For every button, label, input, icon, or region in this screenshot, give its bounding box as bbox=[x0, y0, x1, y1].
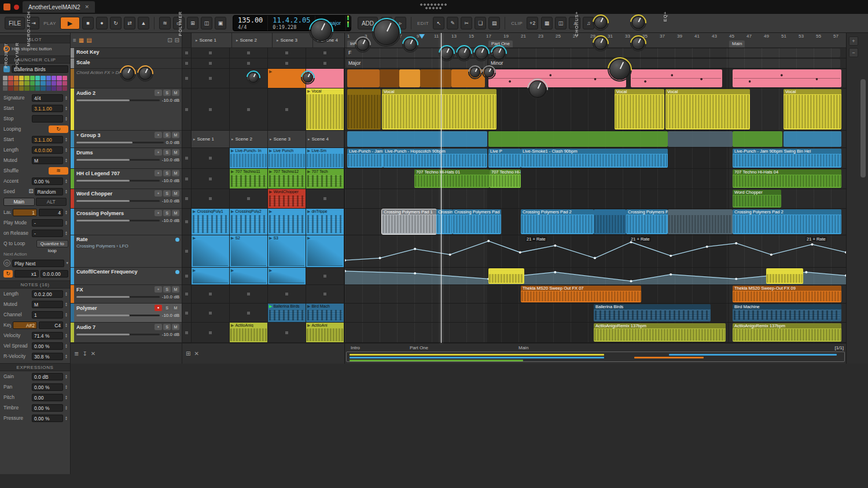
loop-toggle[interactable]: ↻ bbox=[110, 17, 122, 29]
clip-slot[interactable] bbox=[192, 285, 230, 303]
stop-scenes-icon[interactable]: ✕ bbox=[194, 350, 198, 357]
value-box[interactable]: 71.4 % bbox=[32, 332, 63, 339]
scene-play-icon[interactable]: ▸ bbox=[193, 137, 196, 142]
automation-point[interactable] bbox=[345, 259, 346, 261]
scene-name[interactable]: Scene 1 bbox=[197, 136, 214, 142]
color-swatch[interactable] bbox=[14, 81, 19, 86]
track-name[interactable]: Word Chopper bbox=[76, 191, 153, 197]
clip-slot[interactable]: ▶Bird Mach bbox=[306, 304, 344, 322]
chorus-knob-speed[interactable] bbox=[594, 37, 607, 50]
stepper[interactable]: ▲▼ bbox=[65, 158, 68, 162]
mute-button[interactable]: M bbox=[172, 286, 179, 293]
value-box[interactable]: 0.00 % bbox=[32, 415, 63, 422]
arranger-clip[interactable]: D bbox=[488, 49, 840, 57]
solo-button[interactable]: S bbox=[163, 286, 171, 293]
volume-slider[interactable] bbox=[76, 200, 160, 202]
arm-button[interactable]: ● bbox=[155, 170, 162, 176]
mute-button[interactable]: M bbox=[172, 324, 179, 330]
arranger-clip[interactable] bbox=[399, 69, 420, 87]
scene-header[interactable]: ▸Scene 1 bbox=[192, 131, 230, 147]
pencil-tool[interactable]: ✎ bbox=[447, 17, 458, 29]
stop-button[interactable]: ■ bbox=[82, 17, 94, 29]
arranger-clip[interactable] bbox=[668, 209, 733, 234]
arranger-clip[interactable]: Crossing Polymers Pad 1 bbox=[382, 209, 436, 234]
close-project-icon[interactable]: ✕ bbox=[85, 4, 90, 10]
clip-slot[interactable] bbox=[192, 304, 230, 322]
automation-active-dot[interactable] bbox=[175, 238, 179, 242]
zoom-in-icon[interactable]: + bbox=[849, 36, 858, 46]
clip-slot[interactable]: ▶Vocal bbox=[306, 88, 344, 130]
repeat-icon[interactable]: ↻ bbox=[3, 270, 13, 278]
stepper[interactable]: ▲▼ bbox=[65, 302, 68, 306]
clip-play-icon[interactable]: ▶ bbox=[268, 209, 273, 215]
clip-play-icon[interactable]: ▶ bbox=[306, 323, 311, 328]
arrangement-marker[interactable]: Main bbox=[729, 40, 745, 47]
value-box[interactable]: 0.00 % bbox=[32, 342, 63, 350]
glide-knob[interactable] bbox=[484, 67, 494, 77]
automation-point[interactable] bbox=[811, 243, 813, 246]
solo-button[interactable]: S bbox=[163, 210, 171, 216]
arranger-clip[interactable]: Vocal bbox=[784, 89, 841, 130]
track-header[interactable]: Audio 2●SM-10.0 dB bbox=[71, 88, 182, 131]
automation-point[interactable] bbox=[414, 272, 416, 275]
play-button[interactable]: ▶ bbox=[60, 17, 80, 29]
next-action-select[interactable]: Play Next bbox=[12, 260, 64, 267]
stepper[interactable]: ▲▼ bbox=[65, 220, 68, 225]
clip-slot[interactable] bbox=[230, 48, 268, 58]
tab-main[interactable]: Main bbox=[3, 198, 35, 206]
arm-button[interactable]: ● bbox=[155, 324, 162, 330]
track-header[interactable]: Crossing Polymers●SM-10.0 dB bbox=[71, 209, 182, 235]
automation-point[interactable] bbox=[670, 273, 672, 276]
quantize-to-loop-button[interactable]: Quantize to loop bbox=[36, 240, 69, 247]
stop-button-cell[interactable] bbox=[182, 58, 192, 68]
stepper[interactable]: ▲▼ bbox=[65, 354, 68, 358]
stop-button-cell[interactable] bbox=[182, 69, 192, 88]
env-knob-a[interactable] bbox=[440, 47, 453, 60]
clip-play-icon[interactable]: ▶ bbox=[230, 148, 235, 154]
track-header[interactable]: Drums●SM-10.0 dB bbox=[71, 148, 182, 169]
value-box[interactable]: 0.00 bbox=[32, 394, 63, 401]
solo-button[interactable]: S bbox=[163, 305, 171, 311]
clip-slot[interactable] bbox=[230, 58, 268, 68]
clip-slot[interactable] bbox=[230, 304, 268, 322]
slot-stop-rec-row[interactable]: Has stop/rec button bbox=[0, 43, 70, 54]
track-name[interactable]: Drums bbox=[76, 150, 153, 156]
color-swatch[interactable] bbox=[8, 81, 13, 86]
filter-cutoff-knob[interactable] bbox=[374, 20, 399, 45]
track-menu-icon[interactable]: ≡ bbox=[73, 37, 76, 43]
minimap-view-frame[interactable] bbox=[346, 352, 845, 362]
stepper[interactable]: ▲▼ bbox=[65, 95, 68, 100]
scene-name[interactable]: Scene 3 bbox=[281, 38, 297, 43]
automation-curve[interactable] bbox=[345, 235, 846, 267]
value-box[interactable]: 4.0.0.00 bbox=[32, 146, 63, 154]
noise-knob[interactable] bbox=[303, 72, 313, 83]
play-start-marker[interactable] bbox=[419, 34, 425, 39]
clip-play-icon[interactable]: ▶ bbox=[230, 323, 235, 328]
clip-slot[interactable]: ▶CrossingPoly2 bbox=[230, 209, 268, 235]
stepper[interactable]: ▲▼ bbox=[65, 323, 68, 327]
scene-name[interactable]: Scene 2 bbox=[240, 38, 257, 43]
scene-header[interactable]: ▸Scene 4 bbox=[306, 131, 344, 147]
automation-active-dot[interactable] bbox=[175, 270, 179, 274]
value-box[interactable]: 4 bbox=[39, 209, 63, 216]
scene-header[interactable]: ▸Scene 3 bbox=[275, 33, 313, 47]
value-box[interactable]: 1 bbox=[32, 311, 63, 319]
project-tab[interactable]: AnotherLevelMAIN2 ✕ bbox=[23, 1, 95, 13]
arranger-clip[interactable] bbox=[733, 69, 841, 87]
value-box[interactable]: 4/4 bbox=[32, 94, 63, 102]
arranger-clip[interactable]: 707 Techno Hi-Hats 01 bbox=[414, 169, 490, 188]
color-swatch[interactable] bbox=[3, 81, 8, 86]
record-button[interactable]: ● bbox=[96, 17, 108, 29]
automation-point[interactable] bbox=[706, 246, 708, 248]
arranger-clip[interactable] bbox=[488, 69, 626, 87]
tuning-knob[interactable] bbox=[122, 67, 134, 80]
clip-slot[interactable]: ▶707 Tech bbox=[306, 169, 344, 188]
color-swatch[interactable] bbox=[3, 86, 8, 91]
clip-slot[interactable]: ▶ bbox=[268, 268, 306, 284]
stepper[interactable]: ▲▼ bbox=[65, 106, 68, 110]
solo-button[interactable]: S bbox=[163, 90, 171, 96]
solo-button[interactable]: S bbox=[163, 324, 171, 330]
clip-slot[interactable]: ▶ bbox=[192, 235, 230, 267]
track-header[interactable]: ▾Group 3●SM0.0 dB bbox=[71, 131, 182, 148]
clip-slot[interactable] bbox=[230, 189, 268, 208]
